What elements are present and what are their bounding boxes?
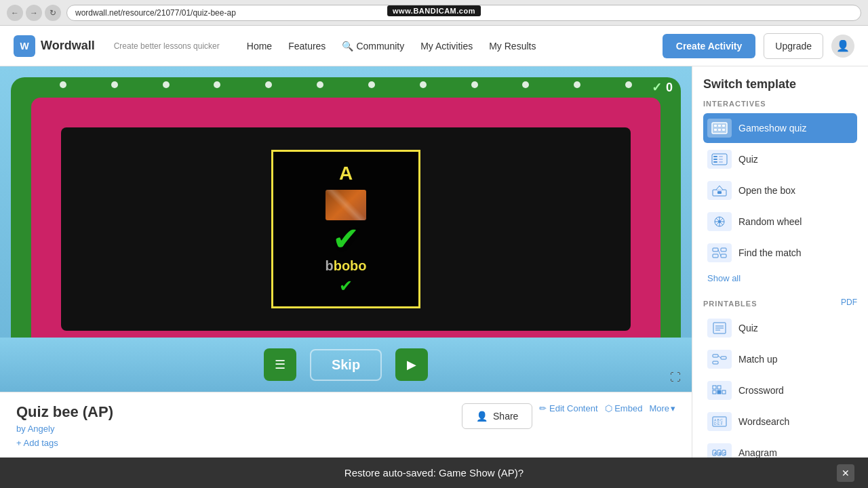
findmatch-icon: [707, 243, 732, 262]
game-screen: A ✔ bbobo ✔: [61, 127, 631, 331]
menu-icon: ☰: [275, 357, 285, 372]
nav-my-results[interactable]: My Results: [489, 41, 536, 52]
game-pink-border: A ✔ bbobo ✔: [31, 98, 660, 361]
nav-features[interactable]: Features: [288, 41, 326, 52]
sidebar-item-gameshow[interactable]: Gameshow quiz: [703, 113, 857, 143]
svg-rect-37: [713, 390, 716, 394]
main-content: f 🐦 </> A ✔ bbobo: [0, 66, 868, 488]
next-button[interactable]: ▶: [395, 348, 428, 381]
sidebar-item-wordsearch[interactable]: A B C D E F Wordsearch: [703, 407, 857, 436]
crossword-icon: [707, 381, 732, 400]
svg-rect-3: [722, 125, 725, 127]
navbar-links: Home Features 🔍 Community My Activities …: [247, 41, 536, 52]
pdf-label: PDF: [841, 298, 857, 307]
svg-rect-2: [718, 125, 721, 127]
banner-close-button[interactable]: ✕: [837, 464, 854, 482]
svg-rect-10: [713, 161, 717, 163]
svg-rect-12: [719, 159, 723, 160]
anagram-label: Anagram: [738, 447, 777, 458]
game-frame: A ✔ bbobo ✔: [0, 66, 692, 392]
quiz-content: A ✔ bbobo ✔: [271, 150, 420, 308]
interactives-label: INTERACTIVES: [703, 100, 857, 108]
more-button[interactable]: More ▾: [649, 403, 675, 413]
refresh-button[interactable]: ↻: [45, 5, 61, 21]
bottom-actions: 👤 Share ✏ Edit Content ⬡ Embed More ▾: [462, 403, 675, 429]
author-link[interactable]: Angely: [28, 424, 55, 434]
quiz-checkmark-big: ✔: [284, 223, 408, 256]
gameshow-icon: [707, 119, 732, 138]
svg-rect-11: [719, 156, 723, 157]
svg-text:B: B: [719, 451, 722, 455]
svg-line-34: [718, 356, 721, 358]
svg-rect-13: [719, 161, 723, 163]
fullscreen-button[interactable]: ⛶: [670, 371, 681, 384]
browser-bar: ← → ↻ wordwall.net/resource/21077/01/qui…: [0, 0, 868, 26]
svg-rect-24: [713, 254, 718, 258]
print-quiz-label: Quiz: [738, 323, 758, 333]
score-display: ✓ 0: [652, 80, 673, 95]
sidebar-title: Switch template: [703, 77, 857, 92]
svg-rect-4: [714, 129, 717, 131]
search-icon: 🔍: [342, 41, 353, 52]
svg-rect-31: [713, 354, 718, 357]
svg-text:A: A: [714, 451, 717, 455]
nav-home[interactable]: Home: [247, 41, 272, 52]
svg-rect-38: [717, 390, 721, 394]
upgrade-button[interactable]: Upgrade: [764, 33, 823, 59]
edit-content-button[interactable]: ✏ Edit Content: [539, 403, 597, 413]
dots-top: [37, 81, 654, 88]
game-outer-border: A ✔ bbobo ✔: [11, 77, 681, 381]
quiz-letter: A: [284, 163, 408, 184]
quiz-checkmark-small: ✔: [284, 277, 408, 296]
forward-button[interactable]: →: [26, 5, 42, 21]
quiz-answer: bbobo: [284, 258, 408, 274]
restore-text: Restore auto-saved: Game Show (AP)?: [344, 467, 524, 479]
sidebar-item-randomwheel[interactable]: Random wheel: [703, 207, 857, 237]
svg-rect-15: [717, 191, 722, 194]
bandicam-badge: www.BANDICAM.com: [387, 5, 481, 16]
wordsearch-label: Wordsearch: [738, 416, 789, 427]
sidebar-item-openbox[interactable]: Open the box: [703, 176, 857, 205]
svg-rect-5: [718, 129, 721, 131]
print-quiz-icon: [707, 319, 732, 338]
svg-rect-35: [713, 386, 716, 389]
share-button[interactable]: 👤 Share: [462, 403, 532, 429]
findmatch-label: Find the match: [738, 247, 802, 258]
show-all-link[interactable]: Show all: [703, 270, 857, 286]
restore-banner: Restore auto-saved: Game Show (AP)? ✕: [0, 458, 868, 488]
menu-button[interactable]: ☰: [264, 348, 296, 381]
matchup-label: Match up: [738, 354, 778, 365]
randomwheel-icon: [707, 212, 732, 231]
nav-community[interactable]: 🔍 Community: [342, 41, 404, 52]
back-button[interactable]: ←: [7, 5, 23, 21]
sidebar-item-matchup[interactable]: Match up: [703, 344, 857, 374]
openbox-icon: [707, 181, 732, 200]
svg-rect-36: [717, 386, 721, 389]
gameshow-label: Gameshow quiz: [738, 123, 806, 134]
nav-buttons: ← → ↻: [7, 5, 61, 21]
logo-text: Wordwall: [41, 39, 95, 53]
embed-button[interactable]: ⬡ Embed: [605, 403, 643, 413]
activity-title: Quiz bee (AP): [16, 403, 113, 421]
sidebar-item-findmatch[interactable]: Find the match: [703, 238, 857, 268]
wordsearch-icon: A B C D E F: [707, 412, 732, 431]
next-icon: ▶: [407, 357, 416, 372]
svg-rect-22: [713, 248, 718, 251]
sidebar-item-crossword[interactable]: Crossword: [703, 375, 857, 405]
logo[interactable]: W Wordwall: [14, 35, 95, 57]
navbar: W Wordwall Create better lessons quicker…: [0, 26, 868, 66]
game-bottom-bar: ☰ Skip ▶ ⛶: [0, 338, 692, 392]
create-activity-button[interactable]: Create Activity: [663, 34, 756, 58]
add-tags-button[interactable]: + Add tags: [16, 438, 113, 448]
svg-text:C: C: [724, 451, 727, 455]
sidebar-item-print-quiz[interactable]: Quiz: [703, 313, 857, 343]
printables-header: PRINTABLES PDF: [703, 291, 857, 313]
crossword-label: Crossword: [738, 385, 784, 396]
svg-rect-0: [712, 123, 727, 134]
activity-info: Quiz bee (AP) by Angely + Add tags: [16, 403, 113, 448]
sidebar-item-quiz[interactable]: Quiz: [703, 144, 857, 174]
avatar[interactable]: 👤: [831, 35, 854, 58]
skip-button[interactable]: Skip: [310, 349, 382, 381]
share-icon: 👤: [476, 411, 488, 422]
nav-my-activities[interactable]: My Activities: [420, 41, 473, 52]
